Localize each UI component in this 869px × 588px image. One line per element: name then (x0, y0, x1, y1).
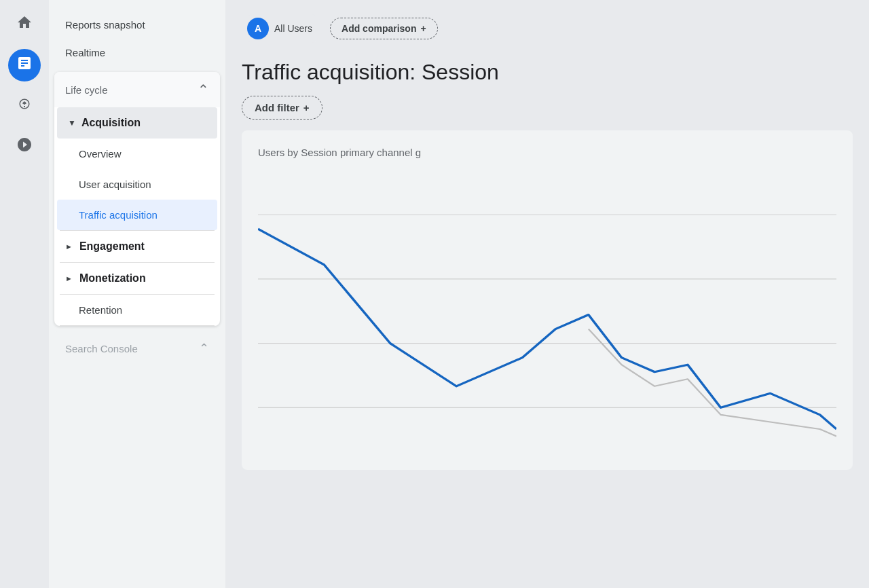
home-icon (16, 14, 33, 35)
insights-nav-item[interactable] (8, 90, 41, 122)
acquisition-subitems: Overview User acquisition Traffic acquis… (54, 139, 220, 230)
add-filter-label: Add filter (255, 102, 299, 113)
search-console-section[interactable]: Search Console ⌃ (54, 331, 220, 365)
advertising-icon (16, 136, 33, 157)
engagement-item[interactable]: ► Engagement (54, 231, 220, 262)
monetization-expand-icon: ► (65, 274, 73, 282)
add-comparison-button[interactable]: Add comparison + (330, 18, 438, 39)
monetization-item[interactable]: ► Monetization (54, 263, 220, 294)
home-nav-item[interactable] (8, 8, 41, 41)
acquisition-title: Acquisition (81, 117, 141, 129)
all-users-chip[interactable]: A All Users (242, 14, 322, 43)
user-label: All Users (274, 23, 312, 34)
icon-rail (0, 0, 49, 588)
lifecycle-chevron-icon: ⌃ (198, 81, 209, 98)
advertising-nav-item[interactable] (8, 130, 41, 163)
engagement-label: Engagement (79, 240, 145, 253)
analytics-icon (16, 55, 33, 75)
sidebar: Reports snapshot Realtime Life cycle ⌃ ▼… (49, 0, 225, 588)
add-filter-plus-icon: + (303, 102, 310, 113)
insights-icon (16, 96, 33, 116)
traffic-acquisition-item[interactable]: Traffic acquisition (57, 200, 217, 230)
realtime-item[interactable]: Realtime (54, 39, 220, 67)
acquisition-expand-icon: ▼ (68, 118, 76, 128)
lifecycle-title: Life cycle (65, 84, 108, 96)
search-console-chevron-icon: ⌃ (199, 341, 209, 356)
engagement-expand-icon: ► (65, 242, 73, 251)
secondary-chart-line (589, 329, 836, 437)
chart-container (258, 172, 836, 457)
sidebar-top-items: Reports snapshot Realtime (49, 11, 225, 67)
search-console-title: Search Console (65, 343, 138, 354)
top-bar: A All Users Add comparison + (225, 0, 869, 54)
filter-bar: Add filter + (225, 90, 869, 130)
monetization-label: Monetization (79, 272, 146, 284)
add-filter-button[interactable]: Add filter + (242, 96, 322, 120)
user-acquisition-item[interactable]: User acquisition (54, 169, 220, 200)
add-comparison-plus-icon: + (420, 23, 426, 34)
retention-item[interactable]: Retention (54, 295, 220, 325)
page-title: Traffic acquisition: Session (225, 54, 869, 90)
analytics-nav-item[interactable] (8, 49, 41, 81)
chart-svg (258, 172, 836, 443)
reports-snapshot-item[interactable]: Reports snapshot (54, 11, 220, 39)
primary-chart-line (258, 229, 836, 429)
chart-title: Users by Session primary channel g (258, 147, 836, 158)
main-content: A All Users Add comparison + Traffic acq… (225, 0, 869, 588)
chart-area: Users by Session primary channel g (242, 130, 853, 470)
lifecycle-section: Life cycle ⌃ ▼ Acquisition Overview User… (54, 72, 220, 326)
lifecycle-header[interactable]: Life cycle ⌃ (54, 72, 220, 107)
divider-4 (60, 325, 215, 326)
add-comparison-label: Add comparison (341, 23, 416, 34)
user-avatar: A (247, 18, 269, 39)
acquisition-header[interactable]: ▼ Acquisition (57, 107, 217, 139)
overview-item[interactable]: Overview (54, 139, 220, 169)
